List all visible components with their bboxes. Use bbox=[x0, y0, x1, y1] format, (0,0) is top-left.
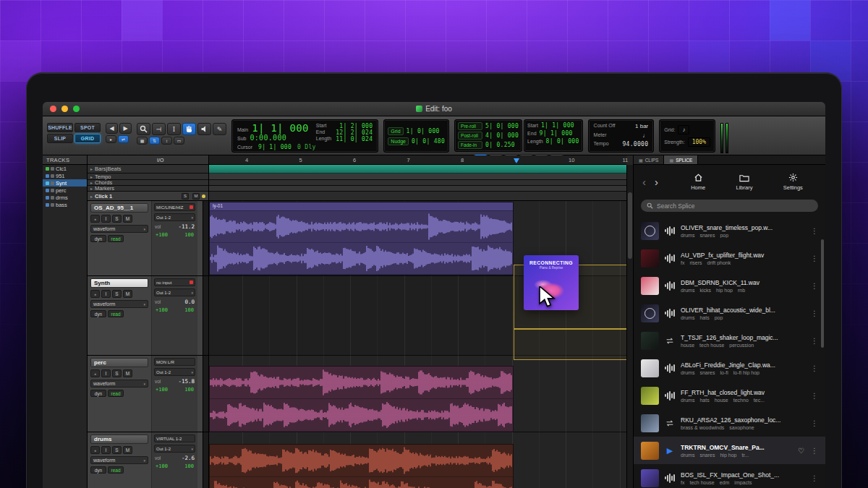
input-selector[interactable]: MON L/R bbox=[154, 358, 195, 366]
track-list-item[interactable]: perc bbox=[43, 187, 87, 194]
favorite-icon[interactable]: ♡ bbox=[798, 447, 804, 455]
tempo-value[interactable]: 94.0000 bbox=[622, 141, 648, 149]
waveform-icon[interactable] bbox=[664, 254, 676, 263]
main-counter[interactable]: 1| 1| 000 bbox=[252, 122, 309, 134]
vertical-scrollbar[interactable] bbox=[626, 165, 633, 488]
search-input[interactable]: Search Splice bbox=[657, 202, 694, 210]
loop-icon[interactable] bbox=[664, 419, 676, 427]
cursor-value[interactable]: 9| 1| 000 bbox=[258, 144, 292, 150]
updown-button[interactable]: ↕ bbox=[161, 137, 172, 145]
sample-tag[interactable]: lo-fi bbox=[720, 370, 728, 375]
sample-row[interactable]: ▶ TRKTRN_OMCV_Snare_Pa... drumssnareship… bbox=[634, 437, 825, 464]
track-lanes[interactable]: ly-01 bbox=[209, 201, 626, 488]
sample-tag[interactable]: drums bbox=[681, 288, 694, 293]
mute-button[interactable]: M bbox=[123, 446, 132, 454]
dyn-button[interactable]: dyn bbox=[90, 466, 106, 474]
sample-tag[interactable]: lo-fi hip hop bbox=[733, 370, 760, 375]
meter-value[interactable]: ♩ bbox=[622, 132, 648, 140]
sample-tag[interactable]: pop bbox=[720, 233, 728, 238]
automation-mode-button[interactable]: read bbox=[108, 466, 124, 474]
magnifier-button[interactable] bbox=[137, 123, 150, 135]
sample-tag[interactable]: drums bbox=[681, 453, 694, 458]
mute-button[interactable]: M bbox=[123, 215, 132, 223]
more-options-button[interactable]: ⋮ bbox=[809, 309, 820, 317]
nav-item[interactable]: Home bbox=[691, 173, 705, 191]
track-list-item[interactable]: drms bbox=[43, 194, 87, 201]
sample-tag[interactable]: saxophone bbox=[729, 425, 754, 430]
track-list-item[interactable]: Clc1 bbox=[43, 165, 87, 172]
output-selector[interactable]: Out 1-2▾ bbox=[154, 368, 195, 376]
edit-mode-button[interactable]: SPOT bbox=[75, 123, 101, 132]
nav-item[interactable]: Settings bbox=[783, 173, 803, 191]
sample-tag[interactable]: fx bbox=[681, 260, 684, 265]
sample-row[interactable]: BOS_ISL_FX_Impact_One_Shot_... fxtech ho… bbox=[634, 464, 825, 488]
sample-name[interactable]: OLIVER_hihat_acoustic_wide_bl... bbox=[681, 307, 804, 314]
sample-row[interactable]: T_TSJF_126_shaker_loop_magic... housetec… bbox=[634, 327, 825, 354]
sample-tag[interactable]: hip hop bbox=[720, 453, 736, 458]
sample-artwork[interactable] bbox=[641, 469, 659, 487]
sample-artwork[interactable] bbox=[641, 304, 659, 322]
sample-artwork[interactable] bbox=[641, 222, 659, 240]
sample-tag[interactable]: impacts bbox=[734, 480, 752, 485]
selector-button[interactable]: I bbox=[167, 123, 181, 135]
preroll-value[interactable]: 5| 0| 000 bbox=[485, 123, 519, 129]
sample-artwork[interactable] bbox=[641, 359, 659, 377]
sample-tag[interactable]: snares bbox=[699, 453, 715, 458]
grabber-button[interactable] bbox=[182, 123, 196, 135]
postroll-button[interactable]: Post-roll bbox=[458, 132, 482, 140]
record-enable-button[interactable]: ● bbox=[90, 290, 100, 298]
expand-caret-icon[interactable]: ▸ bbox=[90, 194, 93, 199]
more-options-button[interactable]: ⋮ bbox=[809, 227, 820, 235]
sample-tag[interactable]: drift phonk bbox=[707, 260, 731, 265]
sample-row[interactable]: DBM_SDRNB_KICK_11.wav drumskickship hopr… bbox=[634, 272, 825, 299]
sample-row[interactable]: ABLoFi_Freddie_Jingle_Clap.wa... drumssn… bbox=[634, 354, 825, 382]
scrollbar-thumb[interactable] bbox=[628, 192, 632, 259]
selection-start[interactable]: 1| 2| 000 bbox=[339, 123, 373, 129]
record-enable-button[interactable]: ● bbox=[90, 446, 100, 454]
volume-display[interactable]: vol-11.2 bbox=[154, 223, 195, 230]
tl-length[interactable]: 8| 0| 000 bbox=[546, 138, 579, 145]
count-off-button[interactable]: Count Off bbox=[594, 123, 616, 131]
trim-button[interactable]: ⊣ bbox=[152, 123, 166, 135]
volume-display[interactable]: vol-15.8 bbox=[154, 378, 195, 385]
dyn-button[interactable]: dyn bbox=[90, 235, 106, 242]
nav-item[interactable]: Library bbox=[736, 173, 752, 191]
sample-name[interactable]: BOS_ISL_FX_Impact_One_Shot_... bbox=[681, 471, 804, 479]
marker-button[interactable]: ▭ bbox=[174, 137, 184, 145]
click-mute-button[interactable]: M bbox=[192, 193, 200, 200]
input-selector[interactable]: MIC/LINE/HIZ bbox=[154, 203, 195, 211]
mute-button[interactable]: M bbox=[123, 290, 132, 298]
drop-target-region[interactable] bbox=[514, 329, 626, 360]
sample-tag[interactable]: tech house bbox=[699, 343, 724, 348]
grid-mini-button[interactable]: ▦ bbox=[137, 137, 148, 145]
track-list-item[interactable]: Synt bbox=[43, 179, 87, 187]
input-selector[interactable]: VIRTUAL 1-2 bbox=[154, 435, 195, 442]
postroll-value[interactable]: 4| 0| 000 bbox=[485, 132, 519, 139]
click-track-row[interactable]: ▸ Click 1 S M bbox=[88, 192, 208, 201]
grid-value-selector[interactable]: Grid bbox=[388, 127, 403, 135]
sample-artwork[interactable] bbox=[641, 442, 659, 460]
bar-ruler[interactable]: 4567891011 bbox=[209, 155, 626, 165]
sample-tag[interactable]: kicks bbox=[699, 288, 711, 293]
more-options-button[interactable]: ⋮ bbox=[809, 282, 820, 290]
track-view-selector[interactable]: waveform▾ bbox=[90, 300, 148, 308]
pan-display[interactable]: +100100 bbox=[154, 232, 195, 238]
solo-button[interactable]: S bbox=[112, 215, 122, 223]
selection-length[interactable]: 11| 0| 024 bbox=[336, 136, 373, 142]
more-options-button[interactable]: ⋮ bbox=[809, 364, 820, 372]
selection-end[interactable]: 12| 2| 024 bbox=[336, 129, 373, 136]
play-mini-button[interactable]: ▸ bbox=[106, 135, 116, 143]
input-selector[interactable]: no input bbox=[154, 278, 195, 286]
tracks-header[interactable]: TRACKS bbox=[43, 155, 87, 165]
pan-display[interactable]: +100100 bbox=[154, 463, 195, 469]
delay-compensation[interactable]: 0 Dly bbox=[297, 144, 316, 150]
back-button[interactable]: ◀ bbox=[106, 123, 118, 134]
nudge-value[interactable]: 0| 0| 480 bbox=[412, 138, 445, 145]
timeline-area[interactable]: 4567891011 ly-01 bbox=[209, 155, 633, 488]
sample-tag[interactable]: pop bbox=[715, 315, 723, 320]
more-options-button[interactable]: ⋮ bbox=[809, 447, 820, 455]
scrubber-button[interactable] bbox=[197, 123, 211, 135]
record-enable-button[interactable]: ● bbox=[90, 215, 100, 223]
panel-tab[interactable]: ▦ CLIPS bbox=[634, 155, 664, 164]
meter-button[interactable]: Meter bbox=[594, 132, 616, 140]
